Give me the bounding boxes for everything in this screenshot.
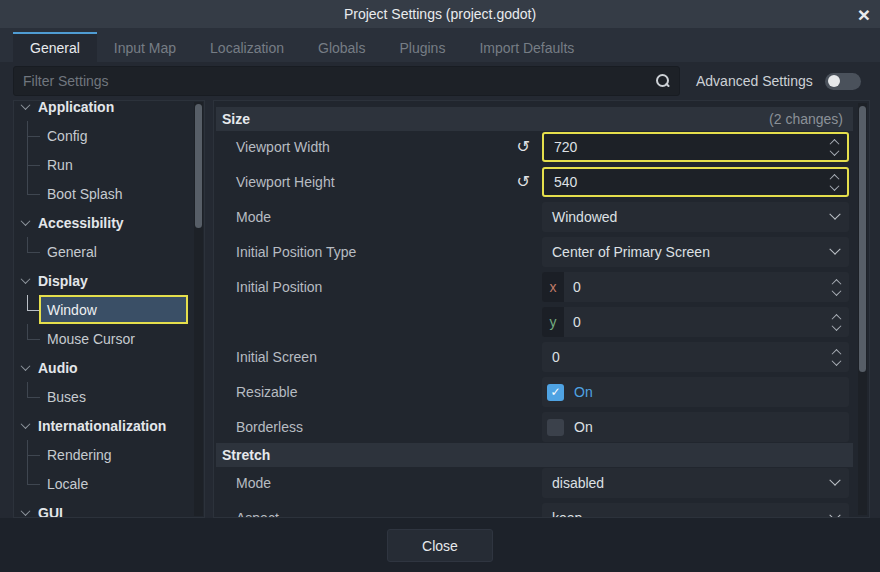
initial-position-type-dropdown[interactable]: Center of Primary Screen: [542, 237, 849, 267]
initial-position-x-spinbox[interactable]: x 0: [542, 272, 849, 302]
checkbox-checked-icon[interactable]: ✓: [547, 384, 564, 401]
checkbox-label: On: [574, 384, 593, 400]
mode-dropdown[interactable]: Windowed: [542, 202, 849, 232]
sidebar-scrollbar-thumb[interactable]: [195, 104, 202, 228]
tree-category-internationalization[interactable]: Internationalization: [14, 411, 204, 440]
filter-bar: Advanced Settings: [0, 62, 880, 100]
tree-category-gui[interactable]: GUI: [14, 498, 204, 518]
chevron-down-icon: [21, 361, 31, 371]
property-label: Borderless: [216, 419, 542, 435]
revert-icon[interactable]: ↺: [517, 174, 530, 190]
tree-category-accessibility[interactable]: Accessibility: [14, 208, 204, 237]
row-initial-position-x: Initial Position x 0: [216, 272, 849, 302]
sidebar-scrollbar[interactable]: [194, 102, 203, 516]
tab-general[interactable]: General: [13, 32, 97, 62]
changes-badge: (2 changes): [769, 111, 843, 127]
chevron-down-icon: [829, 510, 840, 518]
tree-item-config[interactable]: Config: [14, 121, 204, 150]
tab-globals[interactable]: Globals: [301, 32, 382, 62]
chevron-down-icon: [21, 506, 31, 516]
chevron-down-icon: [21, 216, 31, 226]
settings-scrollbar[interactable]: [858, 103, 867, 515]
property-label: Viewport Width: [216, 139, 517, 155]
property-label: Mode: [216, 475, 542, 491]
tree-item-rendering[interactable]: Rendering: [14, 440, 204, 469]
property-label: Initial Screen: [216, 349, 542, 365]
tab-plugins[interactable]: Plugins: [382, 32, 462, 62]
close-button[interactable]: Close: [387, 529, 493, 562]
settings-scrollbar-thumb[interactable]: [859, 106, 866, 372]
tab-import-defaults[interactable]: Import Defaults: [462, 32, 591, 62]
tab-bar: General Input Map Localization Globals P…: [0, 28, 880, 62]
axis-y-label: y: [542, 307, 564, 337]
dialog-footer: Close: [0, 518, 880, 572]
stretch-aspect-dropdown[interactable]: keep: [542, 503, 849, 518]
tree-item-general[interactable]: General: [14, 237, 204, 266]
property-label: Initial Position: [216, 279, 542, 295]
settings-tree: Application Config Run Boot Splash Acces…: [14, 100, 204, 518]
section-header-size: Size (2 changes): [216, 107, 853, 131]
row-stretch-aspect: Aspect keep: [216, 503, 849, 518]
tree-item-locale[interactable]: Locale: [14, 469, 204, 498]
tree-category-display[interactable]: Display: [14, 266, 204, 295]
tab-localization[interactable]: Localization: [193, 32, 301, 62]
viewport-width-spinbox[interactable]: 720: [542, 132, 849, 162]
title-bar: Project Settings (project.godot) ×: [0, 0, 880, 28]
filter-settings-input[interactable]: [23, 73, 654, 89]
chevron-down-icon: [21, 419, 31, 429]
spinbox-arrows-icon[interactable]: [833, 349, 840, 366]
stretch-mode-dropdown[interactable]: disabled: [542, 468, 849, 498]
section-header-stretch: Stretch: [216, 443, 853, 467]
dialog-title: Project Settings (project.godot): [344, 6, 536, 22]
tree-category-audio[interactable]: Audio: [14, 353, 204, 382]
chevron-down-icon: [829, 209, 840, 220]
spinbox-arrows-icon[interactable]: [831, 174, 838, 191]
chevron-down-icon: [21, 100, 31, 110]
axis-x-label: x: [542, 272, 564, 302]
tree-item-boot-splash[interactable]: Boot Splash: [14, 179, 204, 208]
checkbox-label: On: [574, 419, 593, 435]
borderless-checkbox-row[interactable]: On: [542, 412, 849, 442]
row-resizable: Resizable ✓ On: [216, 377, 849, 407]
initial-position-y-spinbox[interactable]: y 0: [542, 307, 849, 337]
close-icon[interactable]: ×: [858, 0, 870, 28]
row-stretch-mode: Mode disabled: [216, 468, 849, 498]
selected-item-highlight: Window: [39, 295, 188, 324]
section-title: Stretch: [222, 447, 270, 463]
property-label: Initial Position Type: [216, 244, 542, 260]
filter-settings-box[interactable]: [13, 66, 680, 96]
tree-item-window-selected[interactable]: Window: [14, 295, 204, 324]
tree-item-run[interactable]: Run: [14, 150, 204, 179]
advanced-settings-toggle[interactable]: [825, 73, 861, 90]
revert-icon[interactable]: ↺: [517, 139, 530, 155]
chevron-down-icon: [829, 244, 840, 255]
property-label: Mode: [216, 209, 542, 225]
resizable-checkbox-row[interactable]: ✓ On: [542, 377, 849, 407]
project-settings-dialog: Project Settings (project.godot) × Gener…: [0, 0, 880, 572]
tab-input-map[interactable]: Input Map: [97, 32, 193, 62]
tree-category-application[interactable]: Application: [14, 100, 204, 121]
tree-item-buses[interactable]: Buses: [14, 382, 204, 411]
spinbox-arrows-icon[interactable]: [833, 314, 840, 331]
tree-item-mouse-cursor[interactable]: Mouse Cursor: [14, 324, 204, 353]
row-viewport-height: Viewport Height ↺ 540: [216, 167, 849, 197]
property-label: Viewport Height: [216, 174, 517, 190]
row-initial-position-type: Initial Position Type Center of Primary …: [216, 237, 849, 267]
settings-tree-sidebar: Application Config Run Boot Splash Acces…: [13, 100, 205, 518]
chevron-down-icon: [829, 475, 840, 486]
row-borderless: Borderless On: [216, 412, 849, 442]
settings-panel: Size (2 changes) Viewport Width ↺ 720 Vi…: [213, 100, 870, 518]
property-label: Resizable: [216, 384, 542, 400]
property-label: Aspect: [216, 510, 542, 518]
spinbox-arrows-icon[interactable]: [833, 279, 840, 296]
row-mode: Mode Windowed: [216, 202, 849, 232]
initial-screen-spinbox[interactable]: 0: [542, 342, 849, 372]
row-viewport-width: Viewport Width ↺ 720: [216, 132, 849, 162]
checkbox-unchecked-icon[interactable]: [547, 419, 564, 436]
advanced-settings-label: Advanced Settings: [696, 73, 813, 89]
spinbox-arrows-icon[interactable]: [831, 139, 838, 156]
search-icon: [654, 73, 670, 89]
toggle-knob: [828, 75, 840, 87]
viewport-height-spinbox[interactable]: 540: [542, 167, 849, 197]
chevron-down-icon: [21, 274, 31, 284]
